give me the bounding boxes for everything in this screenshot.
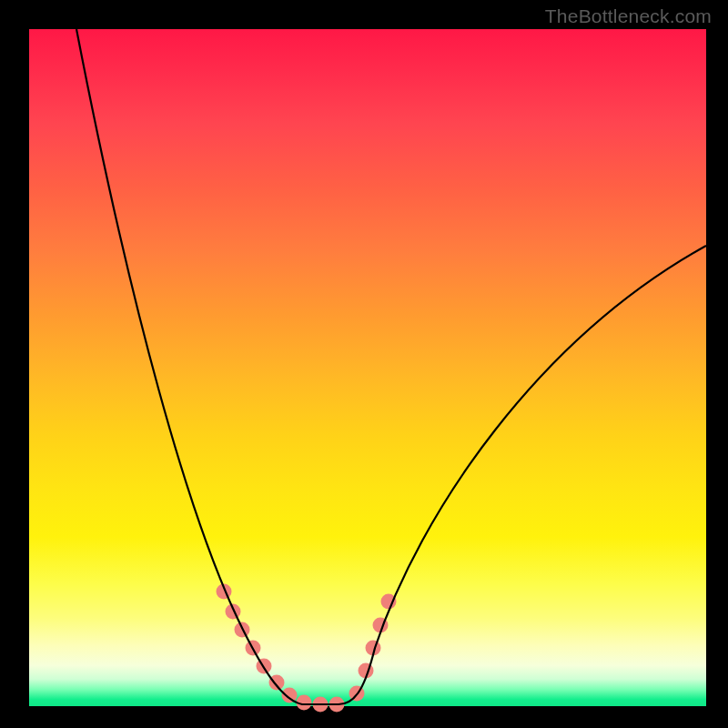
curve-right-curve (339, 246, 706, 704)
watermark-text: TheBottleneck.com (545, 5, 712, 27)
curve-left-curve (76, 29, 339, 704)
chart-svg-layer (0, 0, 728, 728)
outer-frame: TheBottleneck.com (0, 0, 728, 728)
highlight-dot (226, 604, 241, 620)
